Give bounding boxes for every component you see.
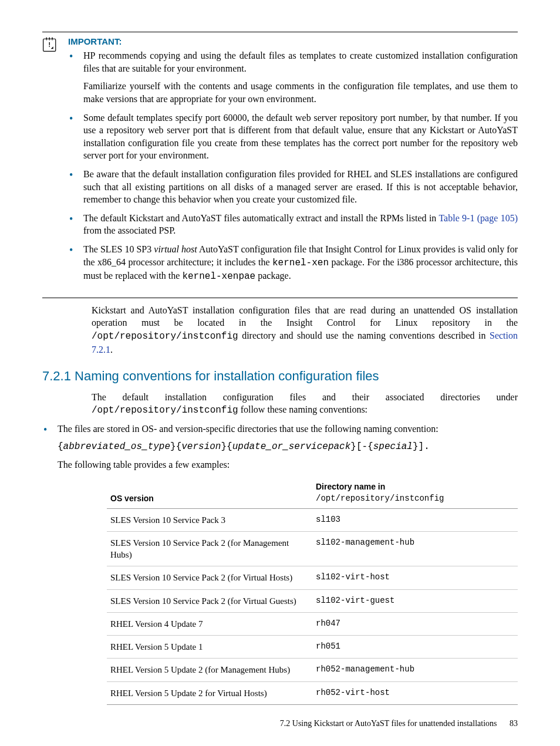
cell-os: SLES Version 10 Service Pack 2 (for Virt…	[107, 589, 312, 612]
naming-bullets: The files are stored in OS- and version-…	[42, 423, 518, 471]
important-note-icon: !	[42, 44, 58, 54]
bullet-4-para: The default Kickstart and AutoYaST files…	[83, 212, 518, 237]
bullet-5: The SLES 10 SP3 virtual host AutoYaST co…	[68, 243, 518, 283]
pat-e: }{	[221, 441, 232, 452]
body-para-e: .	[110, 345, 113, 355]
body-para: Kickstart and AutoYaST installation conf…	[92, 304, 518, 356]
bullet-5-g: package.	[255, 271, 291, 281]
bullet-1-para-2: Familiarize yourself with the contents a…	[83, 80, 518, 105]
bottom-rule	[42, 298, 518, 298]
naming-bullet-1: The files are stored in OS- and version-…	[42, 423, 518, 471]
bullet-5-a: The SLES 10 SP3	[83, 244, 154, 254]
cell-dir: sl103	[312, 508, 518, 531]
bullet-1-para-1: HP recommends copying and using the defa…	[83, 49, 518, 75]
bullet-5-para: The SLES 10 SP3 virtual host AutoYaST co…	[83, 243, 518, 283]
icon-column: !	[42, 36, 63, 56]
table-body: SLES Version 10 Service Pack 3 sl103 SLE…	[107, 508, 518, 704]
bullet-1: HP recommends copying and using the defa…	[68, 49, 518, 105]
directory-table: OS version Directory name in /opt/reposi…	[107, 477, 518, 705]
bullet-4-pre: The default Kickstart and AutoYaST files…	[83, 213, 438, 223]
page-footer: 7.2 Using Kickstart or AutoYaST files fo…	[280, 718, 518, 730]
table-header-row: OS version Directory name in /opt/reposi…	[107, 477, 518, 508]
footer-page-number: 83	[510, 719, 518, 728]
bullet-4-link[interactable]: Table 9-1 (page 105)	[438, 213, 518, 223]
cell-os: SLES Version 10 Service Pack 2 (for Virt…	[107, 566, 312, 589]
table-row: RHEL Version 5 Update 1 rh051	[107, 636, 518, 659]
cell-dir: rh051	[312, 636, 518, 659]
pat-f: update_or_servicepack	[232, 441, 351, 452]
cell-dir: rh052-management-hub	[312, 659, 518, 681]
svg-text:!: !	[48, 41, 50, 48]
th-dir-name: Directory name in /opt/repository/instco…	[312, 477, 518, 508]
important-bullets: HP recommends copying and using the defa…	[68, 49, 518, 283]
table-row: SLES Version 10 Service Pack 2 (for Virt…	[107, 589, 518, 612]
important-block: ! IMPORTANT: HP recommends copying and u…	[42, 36, 518, 289]
table-row: RHEL Version 5 Update 2 (for Management …	[107, 659, 518, 681]
bullet-5-d: kernel-xen	[272, 258, 329, 268]
cell-dir: sl102-management-hub	[312, 531, 518, 566]
bullet-3: Be aware that the default installation c…	[68, 168, 518, 206]
bullet-2-para-1: Some default templates specify port 6000…	[83, 112, 518, 162]
cell-dir: rh047	[312, 612, 518, 635]
bullet-4: The default Kickstart and AutoYaST files…	[68, 212, 518, 237]
table-row: RHEL Version 5 Update 2 for Virtual Host…	[107, 681, 518, 704]
table-row: RHEL Version 4 Update 7 rh047	[107, 612, 518, 635]
intro721-a: The default installation configuration f…	[92, 392, 518, 402]
bullet-5-b: virtual host	[154, 244, 197, 254]
table-row: SLES Version 10 Service Pack 3 sl103	[107, 508, 518, 531]
table-row: SLES Version 10 Service Pack 2 (for Mana…	[107, 531, 518, 566]
intro721-c: follow these naming conventions:	[238, 404, 367, 414]
cell-dir: rh052-virt-host	[312, 681, 518, 704]
bullet-2: Some default templates specify port 6000…	[68, 112, 518, 162]
body-para-a: Kickstart and AutoYaST installation conf…	[92, 305, 518, 328]
naming-bullet-text: The files are stored in OS- and version-…	[58, 423, 518, 436]
heading-7-2-1: 7.2.1 Naming conventions for installatio…	[42, 367, 518, 385]
top-rule	[42, 32, 518, 32]
important-content: IMPORTANT: HP recommends copying and usi…	[68, 36, 518, 289]
pat-i: }].	[413, 441, 430, 452]
body-para-c: directory and should use the naming conv…	[238, 330, 490, 340]
page: ! IMPORTANT: HP recommends copying and u…	[0, 0, 560, 746]
examples-lead: The following table provides a few examp…	[58, 458, 518, 471]
th-os-version: OS version	[107, 477, 312, 508]
cell-dir: sl102-virt-host	[312, 566, 518, 589]
pat-d: version	[181, 441, 221, 452]
naming-pattern: {abbreviated_os_type}{version}{update_or…	[58, 441, 518, 454]
pat-a: {	[58, 441, 63, 452]
pat-b: abbreviated_os_type	[63, 441, 170, 452]
cell-os: SLES Version 10 Service Pack 3	[107, 508, 312, 531]
intro721-b: /opt/repository/instconfig	[92, 405, 238, 416]
bullet-3-para-1: Be aware that the default installation c…	[83, 168, 518, 206]
cell-os: RHEL Version 5 Update 2 for Virtual Host…	[107, 681, 312, 704]
important-label: IMPORTANT:	[68, 36, 518, 48]
cell-os: RHEL Version 5 Update 2 (for Management …	[107, 659, 312, 681]
pat-h: special	[373, 441, 413, 452]
pat-c: }{	[170, 441, 181, 452]
bullet-5-f: kernel-xenpae	[182, 271, 255, 282]
cell-os: SLES Version 10 Service Pack 2 (for Mana…	[107, 531, 312, 566]
bullet-4-post: from the associated PSP.	[83, 225, 176, 235]
cell-os: RHEL Version 5 Update 1	[107, 636, 312, 659]
th-dir-a: Directory name in	[316, 482, 385, 491]
pat-g: }[-{	[350, 441, 373, 452]
footer-text: 7.2 Using Kickstart or AutoYaST files fo…	[280, 719, 497, 728]
cell-os: RHEL Version 4 Update 7	[107, 612, 312, 635]
th-dir-b: /opt/repository/instconfig	[316, 494, 444, 503]
cell-dir: sl102-virt-guest	[312, 589, 518, 612]
body-para-b: /opt/repository/instconfig	[92, 331, 238, 342]
table-row: SLES Version 10 Service Pack 2 (for Virt…	[107, 566, 518, 589]
para-721-intro: The default installation configuration f…	[92, 391, 518, 417]
